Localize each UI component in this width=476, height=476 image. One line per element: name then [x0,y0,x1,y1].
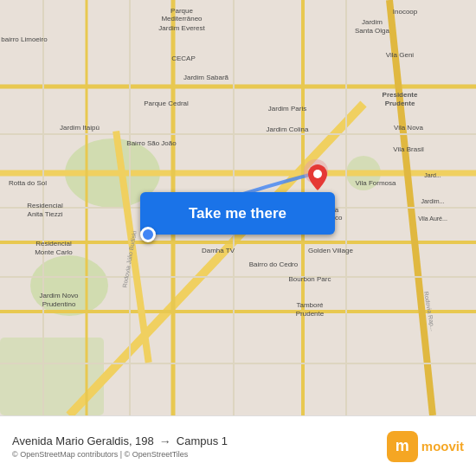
svg-text:Jardim Paris: Jardim Paris [268,105,306,113]
copyright-text: © OpenStreetMap contributors | © OpenStr… [12,450,387,459]
svg-text:Jard...: Jard... [424,172,441,178]
svg-text:Jardim Everest: Jardim Everest [158,24,205,32]
svg-text:bairro Limoeiro: bairro Limoeiro [1,35,48,43]
svg-text:Vila Formosa: Vila Formosa [356,179,397,187]
current-location-marker [140,227,156,242]
svg-point-66 [313,170,322,178]
svg-text:Mediterrâneo: Mediterrâneo [161,15,203,23]
svg-text:Anita Tiezzi: Anita Tiezzi [28,210,63,218]
svg-text:Residencial: Residencial [35,240,72,248]
bottom-bar: Avenida Mario Geraldis, 198 → Campus 1 ©… [0,415,476,476]
moovit-m-letter: m [396,437,409,455]
svg-text:Monte Carlo: Monte Carlo [35,248,73,256]
svg-text:Parque: Parque [170,7,193,15]
route-destination: Campus 1 [177,434,228,447]
svg-text:Vila Auré...: Vila Auré... [418,215,447,222]
svg-text:Residencial: Residencial [27,202,63,209]
route-origin: Avenida Mario Geraldis, 198 [12,434,154,447]
svg-text:Jardim...: Jardim... [421,198,445,204]
moovit-brand-text: moovit [421,439,464,453]
route-arrow: → [159,434,171,448]
svg-text:Golden Village: Golden Village [308,247,353,254]
svg-text:Bairro São João: Bairro São João [126,139,177,147]
map-container: Parque Mediterrâneo Jardim Everest Inoco… [0,0,476,415]
svg-text:Vila Geni: Vila Geni [386,51,415,59]
svg-text:Santa Olga: Santa Olga [355,27,390,35]
destination-marker [308,164,327,194]
svg-text:Bourbon Parc: Bourbon Parc [289,275,331,283]
moovit-icon: m [387,431,418,462]
take-me-there-button[interactable]: Take me there [140,192,335,235]
svg-text:Rotta do Sol: Rotta do Sol [9,179,47,187]
svg-text:Jardim Novo: Jardim Novo [40,292,79,299]
svg-text:Inocoop: Inocoop [393,8,418,16]
svg-text:Tamboré: Tamboré [296,301,324,309]
svg-text:Parque Cedral: Parque Cedral [144,100,189,107]
svg-text:Vila Nova: Vila Nova [394,124,424,132]
route-info: Avenida Mario Geraldis, 198 → Campus 1 ©… [12,434,387,459]
svg-text:Damha TV: Damha TV [202,247,235,254]
svg-text:Presidente: Presidente [383,91,418,99]
route-row: Avenida Mario Geraldis, 198 → Campus 1 [12,434,387,448]
svg-rect-4 [0,338,104,415]
svg-text:Jardim Sabarã: Jardim Sabarã [183,74,229,81]
svg-text:Jardim Colina: Jardim Colina [267,125,309,133]
svg-text:CECAP: CECAP [171,55,196,62]
svg-text:Prudente: Prudente [385,100,415,107]
svg-text:Vila Brasil: Vila Brasil [393,145,424,153]
svg-text:Prudente: Prudente [296,310,325,318]
svg-text:Jardim Itaipú: Jardim Itaipú [60,124,100,132]
svg-text:Bairro do Cedro: Bairro do Cedro [249,261,299,268]
svg-text:Jardim: Jardim [362,18,383,26]
svg-text:Prudentino: Prudentino [42,300,76,308]
moovit-logo: m moovit [387,431,464,462]
